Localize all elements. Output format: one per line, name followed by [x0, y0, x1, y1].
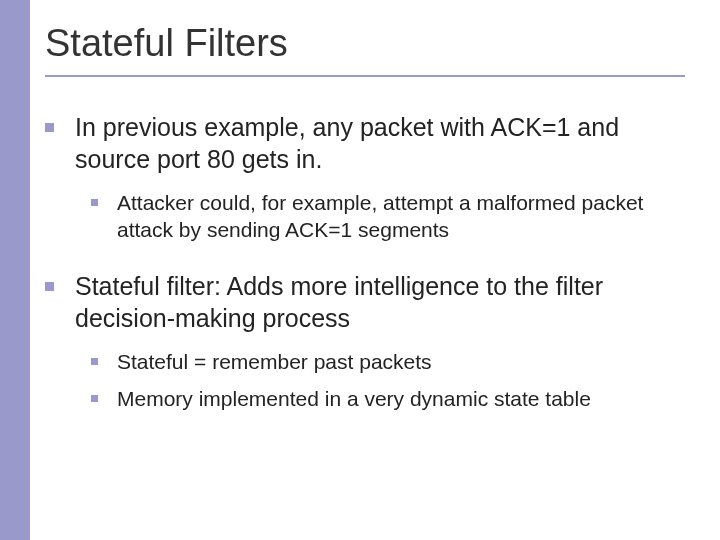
sub-item-text: Attacker could, for example, attempt a m… [117, 189, 680, 244]
slide-content: Stateful Filters In previous example, an… [0, 0, 720, 540]
bullet-square-icon [91, 395, 98, 402]
bullet-square-icon [91, 358, 98, 365]
main-item-text: In previous example, any packet with ACK… [75, 111, 680, 175]
main-item: Stateful filter: Adds more intelligence … [75, 270, 690, 413]
sub-item: Memory implemented in a very dynamic sta… [117, 385, 680, 412]
bullet-square-icon [45, 123, 54, 132]
bullet-square-icon [45, 282, 54, 291]
slide-title: Stateful Filters [45, 22, 690, 65]
sub-item-text: Memory implemented in a very dynamic sta… [117, 385, 680, 412]
title-underline [45, 75, 685, 77]
sub-item: Stateful = remember past packets [117, 348, 680, 375]
sub-item-text: Stateful = remember past packets [117, 348, 680, 375]
main-item-text: Stateful filter: Adds more intelligence … [75, 270, 680, 334]
main-list: In previous example, any packet with ACK… [45, 111, 690, 412]
sub-list: Stateful = remember past packets Memory … [75, 348, 680, 413]
sub-list: Attacker could, for example, attempt a m… [75, 189, 680, 244]
main-item: In previous example, any packet with ACK… [75, 111, 690, 244]
bullet-square-icon [91, 199, 98, 206]
sub-item: Attacker could, for example, attempt a m… [117, 189, 680, 244]
